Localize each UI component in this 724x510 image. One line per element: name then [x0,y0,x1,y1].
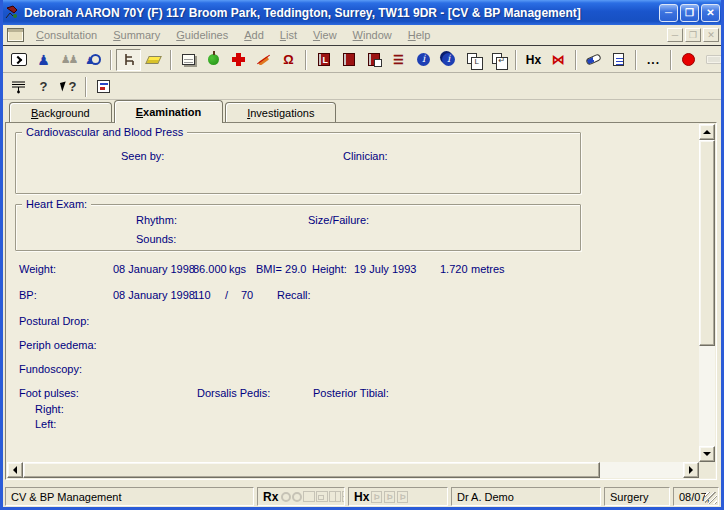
healthy-lifestyle-button[interactable] [201,49,226,71]
context-help-button[interactable]: ? [56,76,81,98]
family-button[interactable] [56,49,81,71]
minimize-button[interactable]: ─ [659,4,678,22]
help-icon: ? [40,79,48,94]
menu-window[interactable]: Window [345,27,400,43]
more-button[interactable]: ... [641,49,666,71]
eraser-button[interactable] [141,49,166,71]
status-circle-icon [292,492,302,502]
pill-icon [585,53,602,66]
problem-list-button[interactable] [386,49,411,71]
copy-pages-button[interactable] [486,49,511,71]
examination-page: Cardiovascular and Blood Press Seen by: … [7,124,699,462]
height-date: 19 July 1993 [354,263,416,275]
diet-button[interactable] [251,49,276,71]
save-information-button[interactable] [436,49,461,71]
gauge-icon [283,52,293,67]
notes-button[interactable] [176,49,201,71]
content-frame: Cardiovascular and Blood Press Seen by: … [5,122,717,480]
status-date-panel: 08/07, [673,487,719,506]
toolbar-separator [635,50,637,70]
find-patient-button[interactable] [81,49,106,71]
fundoscopy-label: Fundoscopy: [19,363,82,375]
menu-summary[interactable]: Summary [105,27,168,43]
hanging-note-button-2[interactable] [6,76,31,98]
horizontal-scroll-thumb[interactable] [23,462,600,478]
horizontal-scrollbar[interactable] [7,462,699,478]
periph-oedema-label: Periph oedema: [19,339,97,351]
size-failure-label: Size/Failure: [308,214,369,226]
record-button[interactable] [676,49,701,71]
toolbar-separator [305,50,307,70]
apple-icon [208,54,219,65]
toolbar-separator [85,77,87,97]
menu-guidelines[interactable]: Guidelines [168,27,236,43]
scroll-up-button[interactable] [699,124,715,140]
window-title: Deborah AARON 70Y (F) 117 Broom Park, Te… [24,6,657,20]
status-location-panel: Surgery [604,487,670,506]
menu-list[interactable]: List [272,27,305,43]
new-consultation-button[interactable] [6,49,31,71]
bp-label: BP: [19,289,37,301]
mdi-close-button[interactable]: ✕ [703,28,719,42]
red-book-button[interactable] [336,49,361,71]
weight-date: 08 January 1998 [113,263,195,275]
tab-background[interactable]: Background [9,102,112,122]
history-button[interactable]: Hx [521,49,546,71]
history-icon: Hx [526,53,541,67]
scroll-left-button[interactable] [7,462,23,478]
bow-icon [552,52,565,67]
bp-systolic: 110 [193,289,211,301]
information-button[interactable] [411,49,436,71]
hanging-note-icon [11,80,26,94]
page-flip-icon [397,491,408,503]
vertical-scroll-thumb[interactable] [699,140,715,346]
menu-consultation[interactable]: Consultation [28,27,105,43]
bp-date: 08 January 1998 [113,289,195,301]
toolbar-separator [670,50,672,70]
page-flip-icon [384,491,395,503]
seen-by-label: Seen by: [121,150,164,162]
menu-help[interactable]: Help [400,27,439,43]
toolbar-separator [515,50,517,70]
gauge-button[interactable] [276,49,301,71]
referral-button[interactable] [546,49,571,71]
tab-investigations[interactable]: Investigations [225,102,336,122]
save-info-icon [442,53,455,66]
menu-view[interactable]: View [305,27,345,43]
menu-add[interactable]: Add [236,27,272,43]
mdi-restore-button[interactable]: ❐ [685,28,701,42]
toolbar-separator [110,50,112,70]
red-book-icon [343,53,355,66]
question-icon: ? [69,79,77,94]
scroll-right-button[interactable] [683,462,699,478]
book-exit-button[interactable] [361,49,386,71]
vertical-scrollbar[interactable] [699,124,715,462]
rx-icon: Rx [263,490,278,504]
ledger-book-button[interactable] [311,49,336,71]
scroll-down-button[interactable] [699,446,715,462]
tab-strip: Background Examination Investigations [9,99,721,122]
toolbar-separator [575,50,577,70]
form-button[interactable] [91,76,116,98]
mdi-minimize-button[interactable]: ─ [667,28,683,42]
mdi-document-icon[interactable] [7,28,24,42]
bmi-value: BMI= 29.0 [256,263,306,275]
keyboard-button[interactable] [701,49,724,71]
carrot-icon [256,53,271,67]
rhythm-label: Rhythm: [136,214,177,226]
postural-drop-label: Postural Drop: [19,315,89,327]
maximize-button[interactable]: ❐ [680,4,699,22]
resize-grip[interactable] [705,492,717,504]
medication-button[interactable] [581,49,606,71]
help-button[interactable]: ? [31,76,56,98]
tab-examination[interactable]: Examination [114,100,223,123]
copy-pages-l-button[interactable] [461,49,486,71]
sounds-label: Sounds: [136,233,176,245]
prescription-list-button[interactable] [606,49,631,71]
select-patient-button[interactable] [31,49,56,71]
first-aid-button[interactable] [226,49,251,71]
status-mode-panel: CV & BP Management [5,487,254,506]
close-button[interactable]: ✕ [701,4,720,22]
menu-bar: Consultation Summary Guidelines Add List… [3,25,721,46]
consultation-mode-button[interactable] [116,49,141,71]
